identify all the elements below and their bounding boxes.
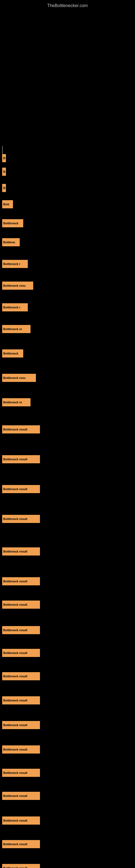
bar-row: Bottleneck re <box>2 398 31 406</box>
bar-row: B <box>2 154 6 162</box>
bar-row: Bottleneck result <box>2 721 40 729</box>
bar-row: Bottleneck r <box>2 303 28 311</box>
bar-row: Bottleneck r <box>2 260 28 268</box>
bar-label: Bottleneck result <box>3 580 27 583</box>
bar-label: Bottleneck result <box>3 603 27 606</box>
bar-label: Bottleneck re <box>3 328 22 331</box>
bar-label: Bottleneck result <box>3 866 27 868</box>
bar-row: Bottleneck result <box>2 816 40 825</box>
bar-row: Bottleneck result <box>2 547 40 556</box>
bar-label: Bottleneck r <box>3 262 20 266</box>
bar-label: Bottleneck result <box>3 488 27 491</box>
bar-row: Bottleneck resu <box>2 374 36 382</box>
bar-row: Bottleneck re <box>2 325 31 333</box>
bar-label: Bottleneck result <box>3 771 27 774</box>
bar-label: Bottleneck result <box>3 723 27 727</box>
bar-row: Bottleneck result <box>2 425 40 433</box>
bar-row: B <box>2 184 6 192</box>
bar-label: Bottleneck result <box>3 628 27 632</box>
bar-label: Bottlene <box>3 241 15 244</box>
site-title-container: TheBottlenecker.com <box>0 0 135 10</box>
bar-label: Bottleneck result <box>3 458 27 461</box>
bar-row: Bottleneck result <box>2 745 40 753</box>
bar-row: Bottleneck <box>2 219 23 227</box>
vertical-line <box>2 146 3 154</box>
bar-label: Bottleneck result <box>3 675 27 678</box>
bar-label: Bottleneck result <box>3 699 27 702</box>
bar-label: Bottleneck <box>3 222 18 225</box>
bars-wrapper: BBBBottBottleneckBottleneBottleneck rBot… <box>0 10 135 868</box>
bar-row: Bottleneck result <box>2 792 40 800</box>
bar-label: Bottleneck result <box>3 819 27 822</box>
bar-row: Bottleneck result <box>2 600 40 609</box>
bar-row: Bottleneck <box>2 349 23 358</box>
bar-row: Bottleneck result <box>2 455 40 463</box>
bar-row: Bottleneck result <box>2 649 40 657</box>
site-title: TheBottlenecker.com <box>0 0 135 10</box>
bar-row: Bottleneck result <box>2 864 40 868</box>
bar-row: Bottleneck result <box>2 769 40 777</box>
bar-row: B <box>2 167 6 176</box>
bar-label: Bottleneck resu <box>3 376 26 379</box>
bar-label: Bottleneck result <box>3 651 27 654</box>
bar-row: Bottleneck result <box>2 485 40 493</box>
bar-label: Bottleneck re <box>3 401 22 404</box>
bar-label: Bottleneck result <box>3 428 27 431</box>
bar-label: Bottleneck resu <box>3 284 26 287</box>
bar-row: Bottleneck result <box>2 696 40 705</box>
bar-label: Bottleneck result <box>3 550 27 553</box>
bar-label: Bottleneck result <box>3 748 27 751</box>
bar-label: Bottleneck result <box>3 794 27 798</box>
bar-row: Bottleneck result <box>2 577 40 585</box>
bar-label: Bottleneck r <box>3 306 20 309</box>
bar-label: Bottleneck <box>3 352 18 355</box>
bar-label: Bottleneck result <box>3 842 27 846</box>
bar-row: Bottleneck result <box>2 515 40 523</box>
bar-label: Bott <box>3 203 9 206</box>
bar-label: Bottleneck result <box>3 517 27 521</box>
bar-row: Bottleneck result <box>2 672 40 680</box>
bar-row: Bottleneck result <box>2 626 40 634</box>
bar-row: Bottlene <box>2 238 20 246</box>
bar-label: B <box>3 156 5 160</box>
bar-row: Bott <box>2 200 13 208</box>
bar-label: B <box>3 170 5 173</box>
bar-label: B <box>3 186 5 190</box>
bar-row: Bottleneck resu <box>2 282 33 290</box>
bar-row: Bottleneck result <box>2 840 40 848</box>
